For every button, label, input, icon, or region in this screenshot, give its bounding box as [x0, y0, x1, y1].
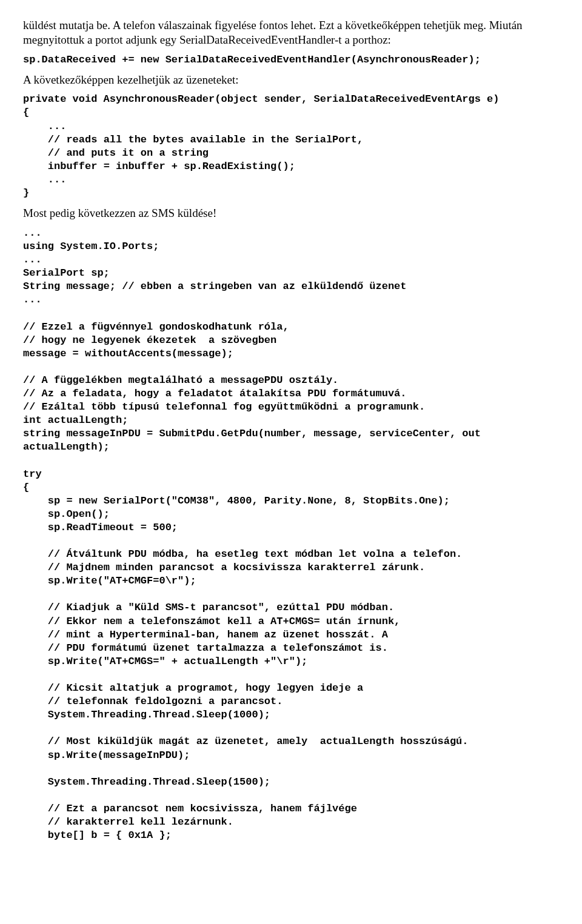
- code-async-reader: private void AsynchronousReader(object s…: [23, 93, 559, 200]
- paragraph-3: Most pedig következzen az SMS küldése!: [23, 206, 559, 221]
- paragraph-1: küldést mutatja be. A telefon válaszaina…: [23, 18, 559, 47]
- code-sms-send: ... using System.IO.Ports; ... SerialPor…: [23, 227, 559, 842]
- code-event-handler: sp.DataReceived += new SerialDataReceive…: [23, 53, 559, 67]
- paragraph-2: A következőképpen kezelhetjük az üzenete…: [23, 73, 559, 87]
